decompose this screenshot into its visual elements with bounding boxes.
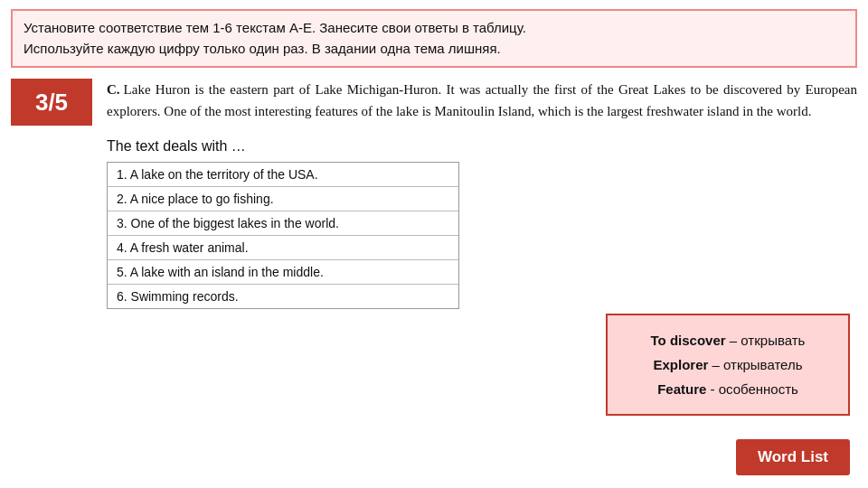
text-section: C.Lake Huron is the eastern part of Lake…	[107, 75, 857, 309]
instructions-line2: Используйте каждую цифру только один раз…	[24, 41, 501, 56]
answer-item-5[interactable]: 5. A lake with an island in the middle.	[108, 260, 458, 285]
passage: C.Lake Huron is the eastern part of Lake…	[107, 79, 857, 122]
counter-display: 3/5	[35, 89, 68, 117]
counter-box: 3/5	[11, 79, 92, 126]
tooltip-dash-2: –	[712, 357, 724, 372]
instructions-box: Установите соответствие тем 1-6 текстам …	[11, 9, 857, 68]
tooltip-dash-1: –	[730, 333, 741, 348]
tooltip-entry-2: Explorer – открыватель	[624, 352, 832, 377]
passage-label: C.	[107, 82, 120, 97]
tooltip-entry-1: To discover – открывать	[624, 328, 832, 352]
passage-text: Lake Huron is the eastern part of Lake M…	[107, 82, 857, 118]
word-list-button[interactable]: Word List	[736, 439, 850, 475]
answer-list: 1. A lake on the territory of the USA. 2…	[107, 162, 459, 309]
answer-item-3[interactable]: 3. One of the biggest lakes in the world…	[108, 211, 458, 236]
question-prompt: The text deals with …	[107, 138, 857, 155]
tooltip-word-1: To discover	[651, 333, 726, 348]
tooltip-word-3: Feature	[657, 381, 706, 397]
tooltip-entry-3: Feature - особенность	[624, 377, 832, 401]
answer-item-2[interactable]: 2. A nice place to go fishing.	[108, 187, 458, 211]
instructions-line1: Установите соответствие тем 1-6 текстам …	[24, 20, 526, 35]
tooltip-translation-2: открыватель	[723, 357, 803, 372]
main-content: 3/5 C.Lake Huron is the eastern part of …	[11, 75, 857, 309]
tooltip-word-2: Explorer	[653, 357, 708, 372]
tooltip-translation-1: открывать	[741, 333, 805, 348]
answer-item-1[interactable]: 1. A lake on the territory of the USA.	[108, 163, 458, 187]
answer-item-4[interactable]: 4. A fresh water animal.	[108, 236, 458, 260]
tooltip-dash-3: -	[710, 381, 718, 397]
answer-item-6[interactable]: 6. Swimming records.	[108, 285, 458, 308]
tooltip-box: To discover – открывать Explorer – откры…	[606, 314, 850, 416]
tooltip-translation-3: особенность	[719, 381, 798, 397]
